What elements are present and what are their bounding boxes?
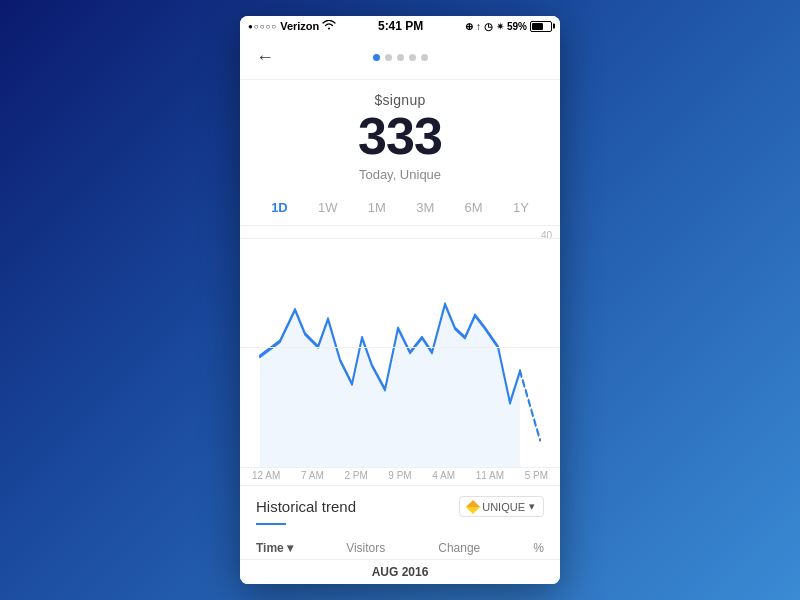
status-time: 5:41 PM [378, 19, 423, 33]
x-label-2: 2 PM [344, 470, 367, 481]
status-left: ●○○○○ Verizon [248, 20, 336, 32]
status-bar: ●○○○○ Verizon 5:41 PM ⊕ ↑ ◷ ✴ 59% [240, 16, 560, 36]
metric-sub: Today, Unique [240, 167, 560, 182]
metric-name: $signup [240, 92, 560, 108]
trend-title: Historical trend [256, 498, 356, 515]
th-percent: % [533, 541, 544, 555]
phone-frame: ●○○○○ Verizon 5:41 PM ⊕ ↑ ◷ ✴ 59% ← [240, 16, 560, 584]
status-right: ⊕ ↑ ◷ ✴ 59% [465, 21, 552, 32]
svg-marker-1 [260, 304, 520, 468]
battery-icon [530, 21, 552, 32]
x-label-0: 12 AM [252, 470, 280, 481]
x-label-5: 11 AM [476, 470, 504, 481]
tab-1y[interactable]: 1Y [507, 196, 535, 219]
tab-6m[interactable]: 6M [459, 196, 489, 219]
unique-diamond-icon [466, 499, 480, 513]
grid-line-mid [240, 347, 560, 348]
trend-header: Historical trend UNIQUE ▾ [256, 496, 544, 517]
x-labels: 12 AM 7 AM 2 PM 9 PM 4 AM 11 AM 5 PM [240, 468, 560, 485]
page-dots [373, 54, 428, 61]
grid-line-top [240, 238, 560, 239]
battery-percent: 59% [507, 21, 527, 32]
th-visitors: Visitors [346, 541, 385, 555]
x-label-3: 9 PM [388, 470, 411, 481]
th-change: Change [438, 541, 480, 555]
svg-line-0 [520, 371, 540, 440]
x-label-6: 5 PM [525, 470, 548, 481]
tab-3m[interactable]: 3M [410, 196, 440, 219]
dot-1 [373, 54, 380, 61]
dot-5 [421, 54, 428, 61]
header-section: $signup 333 Today, Unique [240, 80, 560, 190]
arrow-icon: ↑ [476, 21, 481, 32]
metric-value: 333 [240, 108, 560, 165]
unique-button[interactable]: UNIQUE ▾ [459, 496, 544, 517]
tab-1w[interactable]: 1W [312, 196, 344, 219]
wifi-icon [322, 20, 336, 32]
chart-area: 40 [240, 226, 560, 468]
trend-section: Historical trend UNIQUE ▾ [240, 485, 560, 537]
dot-2 [385, 54, 392, 61]
trend-divider [256, 523, 286, 525]
bluetooth-icon: ✴ [496, 21, 504, 32]
tab-1m[interactable]: 1M [362, 196, 392, 219]
th-time[interactable]: Time ▾ [256, 541, 293, 555]
grid-line-bottom [240, 467, 560, 468]
x-label-1: 7 AM [301, 470, 324, 481]
unique-label: UNIQUE [482, 501, 525, 513]
back-button[interactable]: ← [256, 47, 274, 68]
location-icon: ⊕ [465, 21, 473, 32]
tab-1d[interactable]: 1D [265, 196, 294, 219]
dot-3 [397, 54, 404, 61]
dot-4 [409, 54, 416, 61]
table-header: Time ▾ Visitors Change % [240, 537, 560, 560]
chart-y-label: 40 [541, 230, 552, 241]
dropdown-chevron-icon: ▾ [529, 500, 535, 513]
month-label: AUG 2016 [240, 560, 560, 584]
x-label-4: 4 AM [432, 470, 455, 481]
carrier-label: Verizon [280, 20, 319, 32]
alarm-icon: ◷ [484, 21, 493, 32]
time-tabs: 1D 1W 1M 3M 6M 1Y [240, 190, 560, 226]
signal-dots: ●○○○○ [248, 22, 277, 31]
nav-bar: ← [240, 36, 560, 80]
